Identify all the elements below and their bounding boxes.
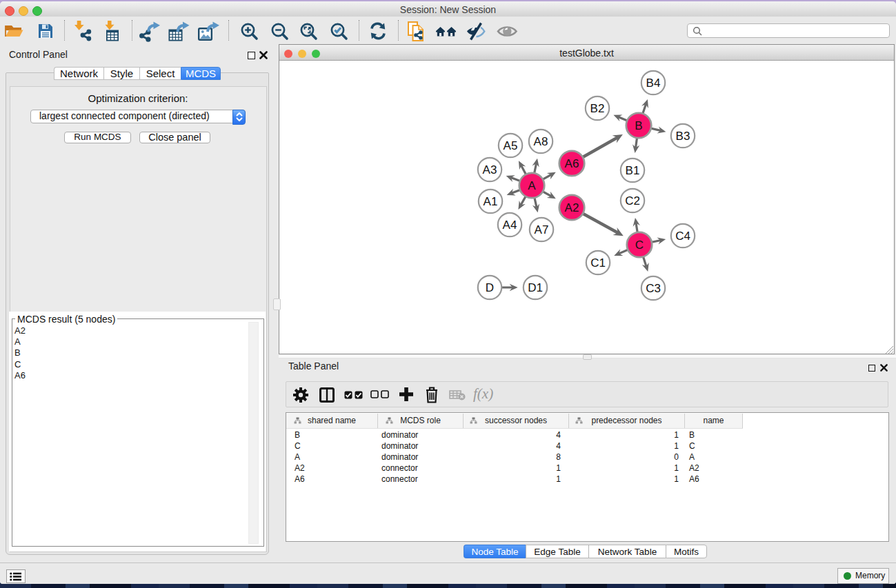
svg-text:B4: B4 [646,77,661,90]
svg-text:C2: C2 [625,194,640,207]
svg-text:A7: A7 [535,223,549,236]
svg-text:C4: C4 [675,230,690,243]
svg-text:C1: C1 [590,256,606,270]
svg-text:A4: A4 [503,219,517,232]
svg-text:B1: B1 [626,164,640,177]
svg-text:D1: D1 [528,281,543,294]
svg-text:A6: A6 [565,157,579,170]
svg-text:B3: B3 [676,130,690,143]
svg-text:A8: A8 [534,135,548,148]
svg-text:B: B [635,119,642,132]
svg-text:A2: A2 [565,201,579,214]
svg-text:B2: B2 [590,102,605,115]
svg-text:A1: A1 [484,195,498,208]
svg-text:C3: C3 [646,282,661,295]
svg-text:D: D [486,281,494,294]
svg-text:A3: A3 [483,163,497,176]
svg-text:C: C [635,239,644,252]
svg-text:A: A [528,179,536,192]
svg-text:A5: A5 [504,139,518,152]
